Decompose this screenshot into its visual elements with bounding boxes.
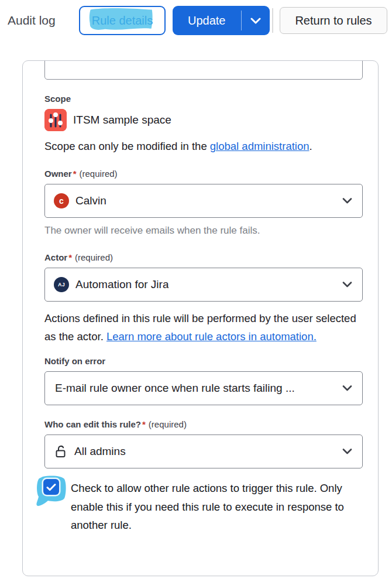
itsm-space-sliders-icon xyxy=(44,109,67,131)
owner-label: Owner*(required) xyxy=(44,169,363,179)
scope-space-row: ITSM sample space xyxy=(44,109,363,131)
scope-note-period: . xyxy=(310,140,312,152)
owner-value: Calvin xyxy=(75,194,106,207)
rule-details-button[interactable]: Rule details xyxy=(79,6,166,35)
chevron-down-icon xyxy=(342,449,352,454)
chevron-down-icon xyxy=(342,198,352,204)
toolbar: Audit log Rule details Update Return to … xyxy=(0,0,392,41)
notify-on-error-select[interactable]: E-mail rule owner once when rule starts … xyxy=(44,371,363,405)
chevron-down-icon xyxy=(342,385,352,391)
learn-more-rule-actors-link[interactable]: Learn more about rule actors in automati… xyxy=(106,330,317,343)
rule-name-input[interactable] xyxy=(44,60,363,80)
who-can-edit-required-text: (required) xyxy=(149,419,187,429)
allow-trigger-row: Check to allow other rule actions to tri… xyxy=(44,479,363,535)
actor-required-star: * xyxy=(67,252,72,262)
actor-label: Actor*(required) xyxy=(44,252,363,262)
toolbar-divider xyxy=(272,8,273,33)
actor-avatar: AJ xyxy=(54,277,69,292)
owner-select[interactable]: c Calvin xyxy=(44,184,363,218)
scope-space-name: ITSM sample space xyxy=(73,114,171,126)
return-to-rules-label: Return to rules xyxy=(295,14,372,28)
owner-avatar: c xyxy=(54,193,69,208)
return-to-rules-button[interactable]: Return to rules xyxy=(280,7,387,34)
allow-trigger-checkbox[interactable] xyxy=(43,479,59,495)
owner-label-text: Owner xyxy=(44,169,72,179)
who-can-edit-label-text: Who can edit this rule? xyxy=(44,419,141,429)
update-button[interactable]: Update xyxy=(173,6,241,35)
check-icon xyxy=(46,483,56,491)
actor-description: Actions defined in this rule will be per… xyxy=(44,309,363,345)
owner-required-star: * xyxy=(72,169,77,179)
chevron-down-icon xyxy=(250,18,261,24)
tab-audit-log[interactable]: Audit log xyxy=(8,13,56,28)
owner-required-text: (required) xyxy=(80,169,118,179)
scope-label: Scope xyxy=(44,94,363,104)
who-can-edit-value: All admins xyxy=(74,445,126,458)
who-can-edit-select[interactable]: All admins xyxy=(44,435,363,468)
actor-select[interactable]: AJ Automation for Jira xyxy=(44,268,363,302)
who-can-edit-required-star: * xyxy=(141,419,146,429)
update-dropdown-button[interactable] xyxy=(242,6,270,35)
owner-helper-text: The owner will receive emails when the r… xyxy=(44,225,363,237)
actor-label-text: Actor xyxy=(44,252,67,262)
notify-on-error-label-text: Notify on error xyxy=(44,356,105,366)
rule-details-label: Rule details xyxy=(92,14,153,28)
notify-on-error-value: E-mail rule owner once when rule starts … xyxy=(55,382,295,395)
scope-note: Scope can only be modified in the global… xyxy=(44,140,363,153)
actor-value: Automation for Jira xyxy=(75,278,169,291)
notify-on-error-label: Notify on error xyxy=(44,356,363,366)
update-label: Update xyxy=(188,14,226,28)
who-can-edit-label: Who can edit this rule?*(required) xyxy=(44,419,363,429)
allow-trigger-text: Check to allow other rule actions to tri… xyxy=(71,479,363,535)
unlock-icon xyxy=(54,444,68,459)
allow-trigger-checkbox-wrap xyxy=(43,479,71,535)
global-administration-link[interactable]: global administration xyxy=(210,140,310,152)
actor-required-text: (required) xyxy=(75,252,113,262)
chevron-down-icon xyxy=(342,282,352,288)
rule-details-panel: Scope ITSM sample space Scope can only b… xyxy=(22,60,379,576)
update-split-button: Update xyxy=(173,6,270,35)
scope-note-text: Scope can only be modified in the xyxy=(44,140,210,152)
